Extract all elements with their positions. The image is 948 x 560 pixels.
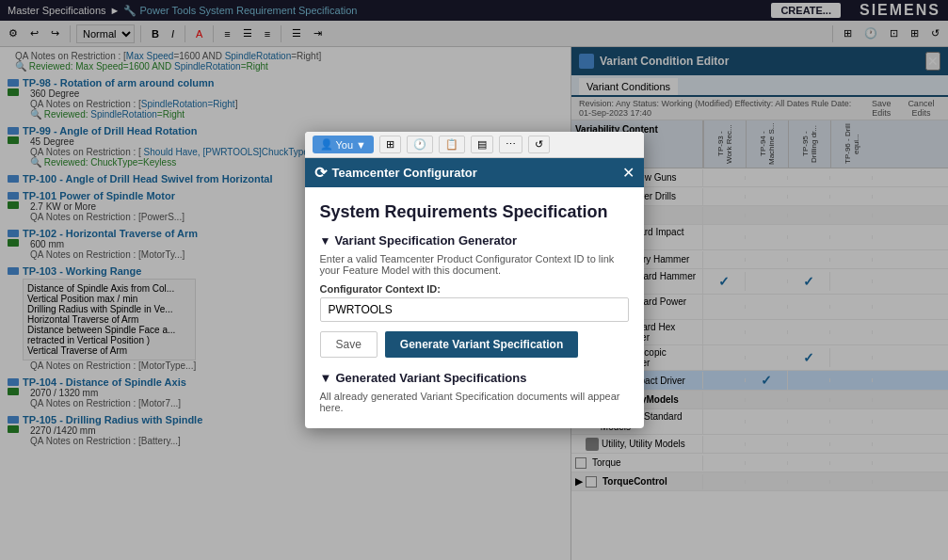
user-icon: 👤 <box>320 138 333 151</box>
list-view-btn[interactable]: 📋 <box>439 136 465 153</box>
section2-arrow-icon: ▼ <box>320 371 332 385</box>
section2-desc: All already generated Variant Specificat… <box>320 391 629 413</box>
modal-close-button[interactable]: ✕ <box>622 164 635 182</box>
generated-variant-specs-section: ▼ Generated Variant Specifications All a… <box>320 371 629 413</box>
teamcenter-configurator-modal: 👤 You ▼ ⊞ 🕐 📋 ▤ ⋯ ↺ ⟳ Teamcenter Configu… <box>305 132 644 428</box>
modal-title: Teamcenter Configurator <box>332 166 477 180</box>
generate-variant-spec-button[interactable]: Generate Variant Specification <box>385 331 578 358</box>
configurator-context-label: Configurator Context ID: <box>320 283 629 295</box>
section1-title: Variant Specification Generator <box>334 233 517 248</box>
save-button[interactable]: Save <box>320 331 378 358</box>
you-arrow-icon: ▼ <box>356 139 366 151</box>
modal-doc-title: System Requirements Specification <box>320 202 629 222</box>
section1-desc: Enter a valid Teamcenter Product Configu… <box>320 253 629 276</box>
configurator-context-field: Configurator Context ID: <box>320 283 629 322</box>
modal-toolbar: 👤 You ▼ ⊞ 🕐 📋 ▤ ⋯ ↺ <box>305 132 644 158</box>
grid-view-btn[interactable]: ⊞ <box>379 136 401 153</box>
refresh-modal-btn[interactable]: ↺ <box>528 136 550 153</box>
modal-header: ⟳ Teamcenter Configurator ✕ <box>305 158 644 187</box>
you-button[interactable]: 👤 You ▼ <box>313 136 374 153</box>
column-view-btn[interactable]: ▤ <box>471 136 493 153</box>
section1-arrow-icon: ▼ <box>320 234 331 248</box>
tc-logo-icon: ⟳ <box>314 164 327 182</box>
modal-footer: Save Generate Variant Specification <box>320 331 629 358</box>
you-label: You <box>336 139 354 151</box>
modal-body: System Requirements Specification ▼ Vari… <box>305 187 644 428</box>
clock-modal-btn[interactable]: 🕐 <box>407 136 433 153</box>
modal-overlay: 👤 You ▼ ⊞ 🕐 📋 ▤ ⋯ ↺ ⟳ Teamcenter Configu… <box>0 0 948 560</box>
section2-title: Generated Variant Specifications <box>335 371 526 385</box>
more-btn[interactable]: ⋯ <box>499 136 522 153</box>
configurator-context-input[interactable] <box>320 297 629 322</box>
variant-spec-generator-section: ▼ Variant Specification Generator Enter … <box>320 233 629 358</box>
